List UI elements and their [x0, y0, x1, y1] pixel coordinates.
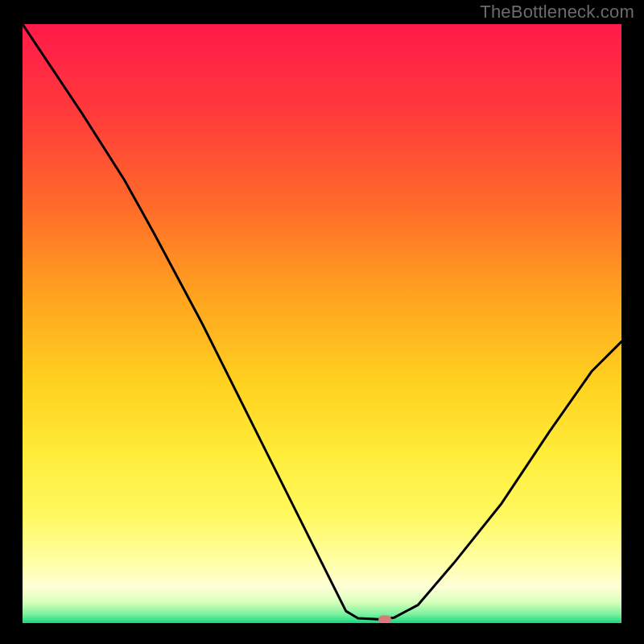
chart-container: TheBottleneck.com [0, 0, 644, 644]
chart-background [23, 24, 621, 623]
watermark-text: TheBottleneck.com [480, 2, 634, 23]
optimum-marker [378, 616, 391, 623]
bottleneck-chart [23, 24, 621, 623]
